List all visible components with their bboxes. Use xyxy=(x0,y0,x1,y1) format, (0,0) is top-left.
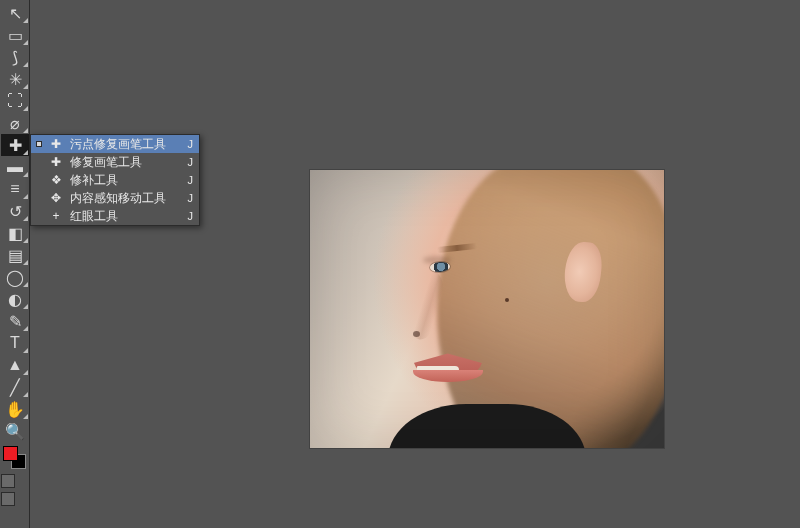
selected-indicator-icon xyxy=(36,141,42,147)
line-tool[interactable]: ╱ xyxy=(1,376,29,398)
hand-tool[interactable]: ✋ xyxy=(1,398,29,420)
flyout-item-content-aware-move-tool[interactable]: ✥内容感知移动工具J xyxy=(31,189,199,207)
app-canvas: ↖▭⟆✳⛶⌀✚▬≡↺◧▤◯◐✎T▲╱✋🔍 ✚污点修复画笔工具J✚修复画笔工具J❖… xyxy=(0,0,800,528)
brush-tool[interactable]: ▬ xyxy=(1,156,29,178)
flyout-indicator-icon xyxy=(23,238,28,243)
flyout-indicator-icon xyxy=(23,172,28,177)
dodge-tool-icon: ◐ xyxy=(7,291,23,307)
flyout-indicator-icon xyxy=(23,304,28,309)
magic-wand-tool[interactable]: ✳ xyxy=(1,68,29,90)
lasso-tool[interactable]: ⟆ xyxy=(1,46,29,68)
flyout-item-healing-brush-tool[interactable]: ✚修复画笔工具J xyxy=(31,153,199,171)
clone-stamp-tool[interactable]: ≡ xyxy=(1,178,29,200)
type-tool[interactable]: T xyxy=(1,332,29,354)
flyout-indicator-icon xyxy=(23,62,28,67)
flyout-item-spot-healing-brush-tool[interactable]: ✚污点修复画笔工具J xyxy=(31,135,199,153)
flyout-indicator-icon xyxy=(23,392,28,397)
gradient-tool[interactable]: ▤ xyxy=(1,244,29,266)
flyout-indicator-icon xyxy=(23,40,28,45)
flyout-item-red-eye-tool[interactable]: +红眼工具J xyxy=(31,207,199,225)
eraser-tool[interactable]: ◧ xyxy=(1,222,29,244)
portrait-placeholder xyxy=(310,170,664,448)
screen-mode-toggle[interactable] xyxy=(1,492,17,510)
flyout-indicator-icon xyxy=(23,106,28,111)
healing-tools-flyout: ✚污点修复画笔工具J✚修复画笔工具J❖修补工具J✥内容感知移动工具J+红眼工具J xyxy=(30,134,200,226)
document-image[interactable] xyxy=(310,170,664,448)
history-brush-tool-icon: ↺ xyxy=(7,203,23,219)
pen-tool[interactable]: ✎ xyxy=(1,310,29,332)
brush-tool-icon: ▬ xyxy=(7,159,23,175)
eyedropper-tool[interactable]: ⌀ xyxy=(1,112,29,134)
move-tool-icon: ↖ xyxy=(7,5,23,21)
flyout-indicator-icon xyxy=(23,216,28,221)
gradient-tool-icon: ▤ xyxy=(7,247,23,263)
hand-tool-icon: ✋ xyxy=(7,401,23,417)
flyout-item-shortcut: J xyxy=(188,174,194,186)
patch-tool-icon: ❖ xyxy=(48,173,64,187)
move-tool[interactable]: ↖ xyxy=(1,2,29,24)
flyout-item-label: 修复画笔工具 xyxy=(70,154,180,171)
history-brush-tool[interactable]: ↺ xyxy=(1,200,29,222)
path-select-tool-icon: ▲ xyxy=(7,357,23,373)
flyout-indicator-icon xyxy=(23,414,28,419)
flyout-item-label: 内容感知移动工具 xyxy=(70,190,180,207)
dodge-tool[interactable]: ◐ xyxy=(1,288,29,310)
flyout-item-patch-tool[interactable]: ❖修补工具J xyxy=(31,171,199,189)
line-tool-icon: ╱ xyxy=(7,379,23,395)
red-eye-tool-icon: + xyxy=(48,209,64,223)
eraser-tool-icon: ◧ xyxy=(7,225,23,241)
lasso-tool-icon: ⟆ xyxy=(7,49,23,65)
blur-tool[interactable]: ◯ xyxy=(1,266,29,288)
flyout-indicator-icon xyxy=(23,18,28,23)
healing-brush-tool-icon: ✚ xyxy=(48,155,64,169)
flyout-item-shortcut: J xyxy=(188,156,194,168)
path-select-tool[interactable]: ▲ xyxy=(1,354,29,376)
magic-wand-tool-icon: ✳ xyxy=(7,71,23,87)
rect-marquee-tool-icon: ▭ xyxy=(7,27,23,43)
spot-healing-brush-tool-icon: ✚ xyxy=(7,137,23,153)
foreground-color[interactable] xyxy=(3,446,18,461)
flyout-item-shortcut: J xyxy=(188,210,194,222)
spot-healing-brush-tool[interactable]: ✚ xyxy=(1,134,29,156)
content-aware-move-tool-icon: ✥ xyxy=(48,191,64,205)
standard-mode-icon xyxy=(1,474,15,488)
flyout-indicator-icon xyxy=(23,260,28,265)
flyout-indicator-icon xyxy=(23,348,28,353)
flyout-indicator-icon xyxy=(23,128,28,133)
type-tool-icon: T xyxy=(7,335,23,351)
eyedropper-tool-icon: ⌀ xyxy=(7,115,23,131)
flyout-item-label: 红眼工具 xyxy=(70,208,180,225)
flyout-indicator-icon xyxy=(23,326,28,331)
flyout-indicator-icon xyxy=(23,150,28,155)
crop-tool-icon: ⛶ xyxy=(7,93,23,109)
flyout-item-label: 修补工具 xyxy=(70,172,180,189)
tools-panel: ↖▭⟆✳⛶⌀✚▬≡↺◧▤◯◐✎T▲╱✋🔍 xyxy=(0,0,30,528)
spot-healing-brush-tool-icon: ✚ xyxy=(48,137,64,151)
screen-mode-icon xyxy=(1,492,15,506)
crop-tool[interactable]: ⛶ xyxy=(1,90,29,112)
color-swatches[interactable] xyxy=(3,446,27,470)
flyout-item-shortcut: J xyxy=(188,138,194,150)
zoom-tool-icon: 🔍 xyxy=(7,423,23,439)
flyout-item-label: 污点修复画笔工具 xyxy=(70,136,180,153)
blur-tool-icon: ◯ xyxy=(7,269,23,285)
zoom-tool[interactable]: 🔍 xyxy=(1,420,29,442)
flyout-indicator-icon xyxy=(23,370,28,375)
clone-stamp-tool-icon: ≡ xyxy=(7,181,23,197)
flyout-indicator-icon xyxy=(23,282,28,287)
flyout-indicator-icon xyxy=(23,194,28,199)
flyout-indicator-icon xyxy=(23,84,28,89)
quick-mask-toggle[interactable] xyxy=(1,474,17,492)
flyout-item-shortcut: J xyxy=(188,192,194,204)
pen-tool-icon: ✎ xyxy=(7,313,23,329)
rect-marquee-tool[interactable]: ▭ xyxy=(1,24,29,46)
